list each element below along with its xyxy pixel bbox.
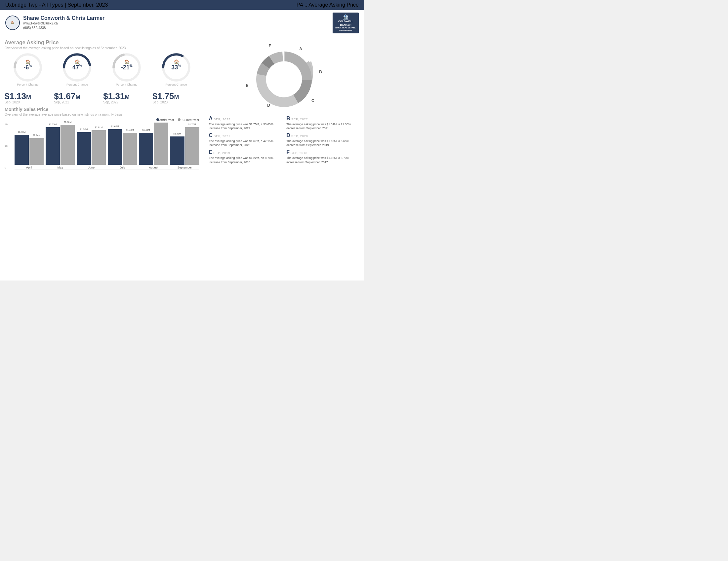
price-value-0: $1.13M [5, 92, 51, 100]
legend-current: Current Year [178, 118, 199, 122]
donut-wrapper-3: 🏠 33% [161, 53, 191, 82]
label-f: F [269, 44, 271, 48]
donut-label-2: Percent Change [116, 83, 138, 86]
donut-chart-svg: A B C D E F [234, 40, 334, 119]
seg-letter-0: A [209, 116, 213, 121]
x-axis-line [15, 169, 199, 170]
price-year-1: Sep, 2021 [54, 100, 101, 104]
bar-prior-1: $1.75M [46, 127, 60, 165]
donut-wrapper-2: 🏠 -21% [112, 53, 142, 82]
bar-pair-4: $1.49M $1.96M [139, 123, 168, 165]
bar-pair-5: $1.31M $1.75M [170, 127, 199, 165]
month-label-3: July [120, 166, 125, 169]
header-title-right: P4 :: Average Asking Price [297, 2, 359, 8]
donut-wrapper-1: 🏠 47% [62, 53, 92, 82]
y-axis: 2M 1M 0 [5, 123, 8, 169]
seg-year-5: Sep, 2018 [291, 151, 307, 155]
seg-letter-4: E [209, 149, 213, 155]
bar-group-august: $1.49M $1.96M August [139, 123, 168, 169]
donut-label-1: Percent Change [66, 83, 88, 86]
donut-wrapper-0: 🏠 -6% [13, 53, 43, 82]
bar-label-prior-5: $1.31M [173, 133, 181, 135]
current-dot [178, 118, 181, 121]
donut-percent-3: 33% [171, 64, 181, 70]
coldwell-banker-logo: 🏦 COLDWELL BANKER R.M.R. REAL ESTATE.BRO… [333, 13, 359, 33]
donut-percent-0: -6% [23, 64, 32, 70]
avg-asking-title: Average Asking Price [5, 40, 199, 46]
svg-point-13 [267, 62, 301, 96]
bar-current-2: $1.61M [92, 130, 106, 165]
bar-label-prior-4: $1.49M [142, 129, 150, 131]
svg-text:🏠: 🏠 [25, 59, 30, 64]
price-card-3: $1.75M Sep, 2023 [152, 92, 199, 104]
bar-group-september: $1.31M $1.75M September [170, 127, 199, 169]
bar-label-current-3: $1.48M [126, 129, 134, 131]
price-row: $1.13M Sep, 2020 $1.67M Sep, 2021 $1.31M… [5, 89, 199, 104]
seg-letter-3: D [286, 133, 290, 138]
label-b: B [319, 69, 322, 74]
seg-year-3: Sep, 2020 [291, 135, 308, 138]
company-logo: 🏠 [5, 16, 20, 30]
month-label-2: June [88, 166, 95, 169]
label-c: C [311, 99, 314, 103]
header-title-left: Uxbridge Twp - All Types | September, 20… [5, 2, 108, 8]
header-top-bar: Uxbridge Twp - All Types | September, 20… [0, 0, 364, 10]
seg-year-2: Sep, 2021 [214, 135, 230, 138]
bar-group-july: $1.66M $1.48M July [108, 129, 137, 169]
segment-item-f: F Sep, 2018 The average asking price was… [286, 149, 359, 164]
segment-item-d: D Sep, 2020 The average asking price was… [286, 133, 359, 147]
bar-group-june: $1.52M $1.61M June [77, 130, 106, 169]
svg-text:🏠: 🏠 [124, 59, 130, 64]
agent-phone: (905) 852-4338 [23, 26, 104, 30]
donut-card-3: 🏠 33% Percent Change [153, 53, 199, 86]
donut-big-area: A B C D E F [209, 40, 359, 112]
bar-pair-2: $1.52M $1.61M [77, 130, 106, 165]
bar-prior-2: $1.52M [77, 132, 91, 165]
donut-percent-2: -21% [121, 64, 133, 70]
bar-label-current-5: $1.75M [188, 123, 196, 126]
segment-grid: A Sep, 2023 The average asking price was… [209, 116, 359, 165]
bar-prior-3: $1.66M [108, 129, 122, 165]
bar-prior-0: $1.40M [15, 135, 29, 165]
donut-percent-1: 47% [72, 64, 82, 70]
chart-legend: Prior Year Current Year [5, 118, 199, 122]
bar-label-current-4: $1.96M [157, 119, 165, 121]
donut-label-0: Percent Change [17, 83, 38, 86]
price-year-0: Sep, 2020 [5, 100, 51, 104]
bar-label-prior-1: $1.75M [49, 123, 57, 126]
label-e: E [246, 83, 249, 88]
month-label-4: August [149, 166, 158, 169]
bar-pair-1: $1.75M $1.86M [46, 125, 75, 165]
price-year-2: Sep, 2022 [103, 100, 150, 104]
bar-chart-inner: $1.40M $1.24M April $1.75M $1.86M May $1… [5, 123, 199, 169]
month-label-0: April [26, 166, 32, 169]
bar-pair-0: $1.40M $1.24M [15, 135, 44, 165]
bar-prior-5: $1.31M [170, 137, 184, 165]
bar-label-prior-3: $1.66M [111, 125, 119, 128]
donut-card-0: 🏠 -6% Percent Change [5, 53, 51, 86]
bar-label-prior-2: $1.52M [80, 128, 88, 131]
agent-info: Shane Coxworth & Chris Larmer www.Powero… [23, 15, 104, 30]
seg-year-4: Sep, 2019 [213, 151, 230, 155]
seg-desc-4: The average asking price was $1.22M, an … [209, 156, 282, 164]
seg-letter-2: C [209, 133, 213, 138]
price-year-3: Sep, 2023 [152, 100, 199, 104]
bar-chart: 2M 1M 0 $1.40M $1.24M April $1.75M $1.86… [5, 123, 199, 176]
agent-website: www.PowerofBluex2.ca [23, 21, 104, 26]
seg-year-0: Sep, 2023 [214, 118, 230, 121]
segment-item-e: E Sep, 2019 The average asking price was… [209, 149, 282, 164]
right-panel: A B C D E F A Sep, 2023 The average aski… [204, 36, 364, 280]
month-label-5: September [178, 166, 192, 169]
svg-text:🏠: 🏠 [174, 59, 179, 64]
donut-card-1: 🏠 47% Percent Change [54, 53, 101, 86]
price-value-2: $1.31M [103, 92, 150, 100]
monthly-title: Monthly Sales Price [5, 107, 199, 112]
avg-asking-subtitle: Overview of the average asking price bas… [5, 46, 199, 50]
bar-current-0: $1.24M [29, 138, 44, 165]
bar-prior-4: $1.49M [139, 133, 153, 165]
bar-group-april: $1.40M $1.24M April [15, 135, 44, 169]
bar-group-may: $1.75M $1.86M May [46, 125, 75, 169]
price-card-2: $1.31M Sep, 2022 [103, 92, 150, 104]
bar-pair-3: $1.66M $1.48M [108, 129, 137, 165]
price-value-1: $1.67M [54, 92, 101, 100]
